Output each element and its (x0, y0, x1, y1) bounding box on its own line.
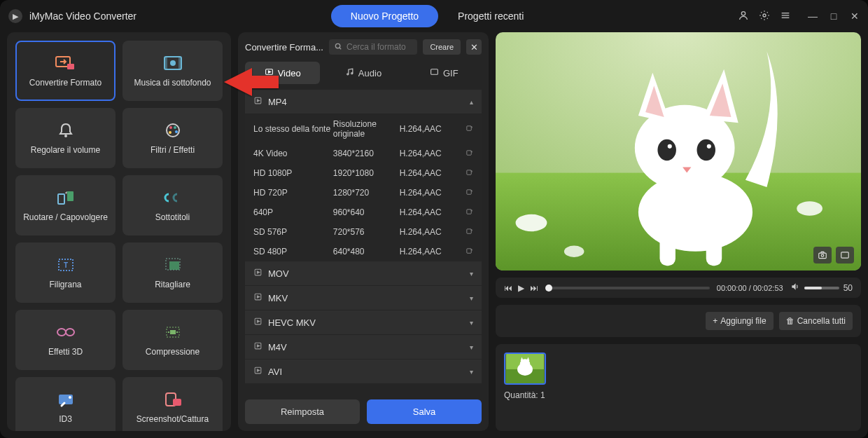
tool-palette[interactable]: Filtri / Effetti (122, 108, 223, 168)
snapshot-icon[interactable] (813, 247, 832, 264)
format-type-tabs: VideoAudioGIF (245, 62, 482, 84)
format-icon (253, 292, 262, 303)
svg-point-13 (169, 126, 172, 129)
edit-preset-icon[interactable] (459, 169, 473, 178)
edit-preset-icon[interactable] (459, 149, 473, 158)
tool-convert[interactable]: Convertire Formato (15, 41, 115, 101)
new-project-button[interactable]: Nuovo Progetto (331, 5, 438, 27)
svg-point-29 (69, 396, 71, 399)
format-footer: Reimposta Salva (245, 392, 482, 424)
volume-icon[interactable] (790, 282, 800, 294)
format-group-hevc-mkv[interactable]: HEVC MKV▾ (245, 310, 482, 334)
format-list[interactable]: MP4▴Lo stesso della fonteRisoluzione ori… (245, 90, 482, 392)
preset-name: HD 720P (253, 188, 333, 198)
svg-rect-44 (467, 170, 471, 174)
tool-rotate[interactable]: Ruotare / Capovolgere (15, 175, 115, 235)
format-preset[interactable]: 640P960*640H.264,AAC (245, 203, 482, 222)
format-preset[interactable]: 4K Video3840*2160H.264,AAC (245, 144, 482, 163)
chevron-icon: ▾ (470, 270, 473, 278)
format-group-mov[interactable]: MOV▾ (245, 261, 482, 285)
format-preset[interactable]: Lo stesso della fonteRisoluzione origina… (245, 114, 482, 144)
play-button[interactable]: ▶ (518, 283, 524, 293)
audio-tab-icon (345, 67, 354, 78)
format-tab-gif[interactable]: GIF (407, 62, 482, 84)
tool-label: Filigrana (49, 280, 81, 289)
maximize-button[interactable]: □ (829, 11, 839, 22)
tool-watermark[interactable]: TFiligrana (15, 242, 115, 303)
svg-marker-41 (257, 100, 259, 102)
format-tab-audio[interactable]: Audio (326, 62, 400, 84)
format-group-mkv[interactable]: MKV▾ (245, 286, 482, 310)
recent-projects-button[interactable]: Progetti recenti (438, 5, 543, 27)
seek-bar[interactable] (545, 287, 710, 289)
svg-point-78 (821, 254, 824, 257)
fullscreen-icon[interactable] (836, 247, 854, 264)
edit-preset-icon[interactable] (459, 208, 473, 217)
user-icon[interactable] (738, 10, 749, 23)
svg-rect-76 (706, 230, 722, 266)
svg-point-1 (763, 14, 766, 17)
format-preset[interactable]: SD 480P640*480H.264,AAC (245, 242, 482, 261)
tool-crop[interactable]: Ritagliare (122, 242, 223, 303)
next-button[interactable]: ⏭ (530, 283, 538, 293)
right-panel: ⏮ ▶ ⏭ 00:00:00 / 00:02:53 50 +Aggiung (496, 32, 861, 431)
chevron-icon: ▾ (470, 343, 473, 351)
tool-film[interactable]: Musica di sottofondo (122, 41, 223, 101)
format-icon (253, 268, 262, 279)
tool-label: Ruotare / Capovolgere (23, 212, 108, 222)
tool-bell[interactable]: Regolare il volume (15, 108, 115, 168)
format-group-avi[interactable]: AVI▾ (245, 360, 482, 383)
volume-value: 50 (844, 283, 853, 293)
edit-preset-icon[interactable] (459, 125, 473, 134)
video-preview[interactable] (496, 32, 861, 271)
svg-rect-48 (467, 248, 471, 252)
tool-compress[interactable]: Compressione (122, 310, 223, 370)
svg-point-37 (347, 74, 349, 75)
close-panel-button[interactable]: ✕ (466, 39, 482, 55)
save-button[interactable]: Salva (367, 399, 482, 424)
format-search-input[interactable] (346, 42, 412, 52)
format-preset[interactable]: SD 576P720*576H.264,AAC (245, 222, 482, 242)
format-panel-header: Convertire Forma... Creare ✕ (245, 39, 482, 55)
add-file-button[interactable]: +Aggiungi file (706, 312, 773, 330)
edit-preset-icon[interactable] (459, 247, 473, 256)
svg-marker-58 (257, 369, 259, 371)
svg-marker-52 (257, 296, 259, 298)
svg-rect-9 (178, 57, 181, 69)
format-search[interactable] (329, 39, 417, 55)
format-preset[interactable]: HD 720P1280*720H.264,AAC (245, 183, 482, 203)
settings-icon[interactable] (759, 10, 770, 23)
close-button[interactable]: ✕ (850, 11, 860, 22)
preset-resolution: Risoluzione originale (333, 119, 400, 139)
svg-rect-43 (467, 150, 471, 154)
playback-buttons: ⏮ ▶ ⏭ (504, 283, 538, 293)
svg-marker-50 (257, 271, 259, 273)
edit-preset-icon[interactable] (459, 189, 473, 198)
svg-rect-47 (467, 228, 471, 233)
preset-codec: H.264,AAC (400, 247, 459, 256)
preset-name: SD 480P (253, 247, 333, 256)
clear-all-button[interactable]: 🗑Cancella tutti (779, 312, 853, 330)
tool-id3[interactable]: ID3 (15, 377, 115, 431)
volume-slider[interactable] (804, 287, 839, 289)
format-icon (253, 96, 262, 107)
tool-label: Screenshot/Cattura (136, 414, 209, 424)
create-button[interactable]: Creare (423, 39, 461, 55)
minimize-button[interactable]: — (808, 11, 818, 22)
prev-button[interactable]: ⏮ (504, 283, 512, 293)
file-thumbnail[interactable] (504, 353, 546, 385)
svg-rect-75 (659, 230, 675, 266)
menu-icon[interactable] (780, 10, 791, 23)
edit-preset-icon[interactable] (459, 228, 473, 237)
preset-codec: H.264,AAC (400, 207, 459, 217)
format-group-mp4[interactable]: MP4▴ (245, 90, 482, 114)
tool-cc[interactable]: Sottotitoli (122, 175, 223, 235)
svg-text:T: T (63, 261, 67, 269)
format-group-m4v[interactable]: M4V▾ (245, 335, 482, 359)
format-tab-video[interactable]: Video (245, 62, 320, 84)
svg-rect-46 (467, 209, 471, 213)
reset-button[interactable]: Reimposta (245, 399, 360, 424)
format-preset[interactable]: HD 1080P1920*1080H.264,AAC (245, 163, 482, 183)
tool-screenshot[interactable]: Screenshot/Cattura (122, 377, 223, 431)
tool-glasses[interactable]: Effetti 3D (15, 310, 115, 370)
